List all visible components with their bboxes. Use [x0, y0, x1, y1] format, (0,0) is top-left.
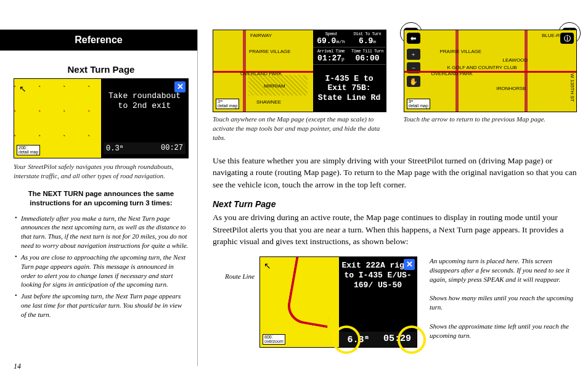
page-number: 14 — [14, 362, 21, 371]
close-icon[interactable]: ✕ — [404, 259, 415, 270]
body-para-2: As you are driving during an active rout… — [213, 211, 577, 248]
annotation: Shows how many miles until you reach the… — [430, 293, 577, 312]
bullet-list: Immediately after you make a turn, the N… — [14, 214, 189, 319]
sidebar: Reference Next Turn Page ↖ 200⁚detail ma… — [0, 0, 197, 381]
top-left-figure: FAIRWAY PRAIRIE VILLAGE OVERLAND PARK MI… — [213, 30, 386, 151]
back-arrow-button[interactable]: ⬅ — [407, 33, 420, 44]
turn-distance: 0.3ᵐ — [106, 144, 124, 153]
sidebar-screenshot: ↖ 200⁚detail map ✕ Take roundabout to 2n… — [14, 78, 189, 158]
bullet-item: As you are close to approaching the upco… — [14, 253, 189, 289]
route-line-label: Route Line — [213, 256, 255, 280]
data-tabs: Speed69.0m/h Dist To Turn6.9m Arrival Ti… — [313, 30, 386, 112]
bullet-item: Just before the upcoming turn, the Next … — [14, 292, 189, 319]
top-left-caption: Touch anywhere on the Map page (except t… — [213, 115, 386, 142]
next-turn-screenshot: ↖ 800⁚overzoom ✕ Exit 222A right to I-43… — [259, 256, 417, 348]
cursor-icon: ↖ — [19, 84, 27, 94]
map-scale: 800⁚overzoom — [263, 334, 285, 345]
pan-icon[interactable]: ✋ — [407, 76, 420, 87]
zoom-in-icon[interactable]: + — [407, 49, 420, 60]
top-right-caption: Touch the arrow to return to the previou… — [404, 115, 578, 124]
map-page[interactable]: FAIRWAY PRAIRIE VILLAGE OVERLAND PARK MI… — [213, 30, 313, 112]
diagram-annotations: An upcoming turn is placed here. This sc… — [422, 256, 577, 350]
destination-text: I-435 E to Exit 75B: State Line Rd — [313, 65, 386, 112]
map-toolbar: + − ✋ — [407, 49, 420, 87]
diagram: Route Line ↖ 800⁚overzoom ✕ Exit 222A ri… — [213, 256, 577, 350]
sidebar-caption: Your StreetPilot safely navigates you th… — [14, 162, 189, 181]
main-content: FAIRWAY PRAIRIE VILLAGE OVERLAND PARK MI… — [198, 0, 588, 381]
close-icon[interactable]: ✕ — [174, 81, 186, 92]
reference-header: Reference — [0, 30, 197, 51]
map-scale: 3ᵐdetail map — [216, 99, 239, 109]
sidebar-bold-intro: The NEXT TURN page announces the same in… — [14, 189, 189, 208]
map-scale: 200⁚detail map — [17, 145, 40, 155]
cursor-icon: ↖ — [264, 261, 271, 271]
subheading-next-turn: Next Turn Page — [213, 199, 577, 209]
turn-instruction: Take roundabout to 2nd exit — [104, 91, 186, 110]
map-page-tools[interactable]: ⬅ ⓘ + − ✋ PRAIRIE VILLAGE OVERLAND PARK … — [404, 30, 577, 112]
map-scale: 3ᵐdetail map — [407, 99, 430, 109]
annotation: An upcoming turn is placed here. This sc… — [430, 256, 577, 284]
sidebar-title: Next Turn Page — [14, 64, 189, 75]
body-para-1: Use this feature whether you are simply … — [213, 155, 577, 191]
bullet-item: Immediately after you make a turn, the N… — [14, 214, 189, 250]
turn-time: 05:29 — [378, 332, 417, 347]
annotation: Shows the approximate time left until yo… — [430, 322, 577, 340]
turn-distance: 6.3ᵐ — [339, 332, 378, 347]
route-line — [285, 256, 340, 328]
top-right-figure: ⬅ ⓘ ⬅ ⓘ + − ✋ PRAIRIE VILL — [404, 30, 578, 151]
turn-time: 00:27 — [161, 144, 183, 153]
